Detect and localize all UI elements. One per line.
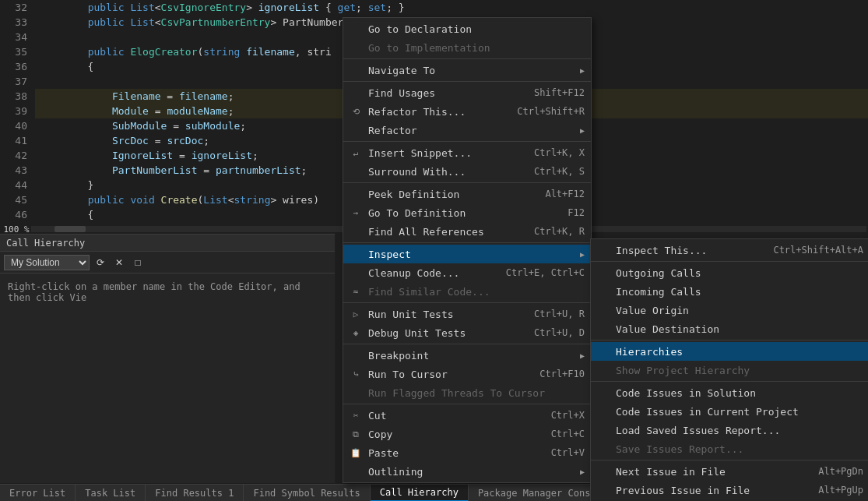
menu-item-navigate-to[interactable]: Navigate To▶	[343, 61, 591, 79]
scroll-thumb[interactable]	[54, 226, 86, 232]
menu-item-find-all-references[interactable]: Find All ReferencesCtrl+K, R	[343, 222, 591, 241]
bottom-tab-task-list[interactable]: Task List	[76, 485, 146, 502]
menu-item-go-to-definition[interactable]: →Go To DefinitionF12	[343, 203, 591, 222]
submenu-item-hierarchies[interactable]: Hierarchies	[591, 342, 868, 361]
bottom-tab-find-symbol-results[interactable]: Find Symbol Results	[244, 485, 370, 502]
submenu-item-next-issue-file[interactable]: Next Issue in FileAlt+PgDn	[591, 462, 868, 481]
submenu-item-value-destination[interactable]: Value Destination	[591, 319, 868, 338]
line-number: 44	[0, 178, 35, 192]
menu-label-run-unit-tests: Run Unit Tests	[368, 309, 518, 320]
submenu-item-inspect-this[interactable]: Inspect This...Ctrl+Shift+Alt+A	[591, 241, 868, 259]
sublabel-load-saved-issues: Load Saved Issues Report...	[616, 425, 863, 436]
menu-label-outlining: Outlining	[368, 466, 580, 478]
shortcut-go-to-definition: F12	[552, 207, 585, 218]
sub-separator	[591, 381, 868, 382]
line-content: public ElogCreator(string filename, stri	[35, 44, 332, 59]
menu-item-surround-with[interactable]: Surround With...Ctrl+K, S	[343, 162, 591, 181]
menu-label-debug-unit-tests: Debug Unit Tests	[368, 327, 518, 339]
line-number: 39	[0, 104, 35, 118]
line-content: SrcDoc = srcDoc;	[35, 133, 209, 148]
shortcut-paste: Ctrl+V	[536, 447, 585, 458]
menu-item-debug-unit-tests[interactable]: ◈Debug Unit TestsCtrl+U, D	[343, 323, 591, 342]
submenu-item-outgoing-calls[interactable]: Outgoing Calls	[591, 263, 868, 282]
run-to-cursor-icon: ⤷	[350, 369, 362, 379]
menu-separator	[343, 242, 591, 243]
refactor-this-icon: ⟲	[350, 107, 362, 117]
submenu-item-value-origin[interactable]: Value Origin	[591, 301, 868, 319]
menu-item-cleanup-code[interactable]: Cleanup Code...Ctrl+E, Ctrl+C	[343, 263, 591, 282]
line-number: 41	[0, 133, 35, 148]
solution-dropdown[interactable]: My Solution	[4, 255, 90, 270]
submenu-item-show-project-hierarchy: Show Project Hierarchy	[591, 361, 868, 379]
line-content	[35, 74, 39, 89]
subscortcut-previous-issue-file: Alt+PgUp	[803, 485, 863, 496]
line-content: public void Create(List<string> wires)	[35, 192, 319, 207]
submenu-arrow-refactor: ▶	[580, 126, 585, 135]
submenu-item-incoming-calls[interactable]: Incoming Calls	[591, 282, 868, 301]
line-number: 45	[0, 192, 35, 207]
bottom-tab-error-list[interactable]: Error List	[0, 485, 76, 502]
menu-separator	[343, 81, 591, 82]
menu-item-outlining[interactable]: Outlining▶	[343, 462, 591, 481]
menu-item-go-to-declaration[interactable]: Go to Declaration	[343, 19, 591, 38]
debug-unit-tests-icon: ◈	[350, 328, 362, 338]
submenu-item-load-saved-issues[interactable]: Load Saved Issues Report...	[591, 421, 868, 439]
line-number: 35	[0, 44, 35, 59]
shortcut-debug-unit-tests: Ctrl+U, D	[518, 327, 585, 338]
refresh-button[interactable]: ⟳	[93, 255, 108, 270]
menu-separator	[343, 344, 591, 344]
menu-label-find-similar-code: Find Similar Code...	[368, 286, 585, 298]
find-similar-code-icon: ≈	[350, 287, 362, 297]
line-content: Module = moduleName;	[35, 104, 234, 118]
line-content: {	[35, 207, 93, 222]
sublabel-code-issues-solution: Code Issues in Solution	[616, 387, 863, 399]
line-content: PartNumberList = partnumberList;	[35, 163, 307, 178]
menu-item-paste[interactable]: 📋PasteCtrl+V	[343, 443, 591, 462]
sublabel-value-origin: Value Origin	[616, 305, 863, 316]
menu-item-refactor[interactable]: Refactor▶	[343, 121, 591, 139]
sublabel-incoming-calls: Incoming Calls	[616, 286, 863, 298]
bottom-tab-find-results-1[interactable]: Find Results 1	[146, 485, 244, 502]
menu-item-insert-snippet[interactable]: ↵Insert Snippet...Ctrl+K, X	[343, 143, 591, 162]
line-number: 42	[0, 148, 35, 163]
menu-item-breakpoint[interactable]: Breakpoint▶	[343, 346, 591, 365]
menu-item-run-to-cursor[interactable]: ⤷Run To CursorCtrl+F10	[343, 365, 591, 383]
submenu-item-code-issues-solution[interactable]: Code Issues in Solution	[591, 383, 868, 402]
sublabel-next-issue-file: Next Issue in File	[616, 466, 803, 478]
subscortcut-next-issue-file: Alt+PgDn	[803, 466, 863, 477]
menu-label-cleanup-code: Cleanup Code...	[368, 267, 490, 279]
sublabel-inspect-this: Inspect This...	[616, 245, 757, 256]
sublabel-previous-issue-file: Previous Issue in File	[616, 485, 803, 496]
zoom-level: 100 %	[2, 224, 31, 235]
menu-item-inspect[interactable]: Inspect▶	[343, 245, 591, 263]
subscortcut-inspect-this: Ctrl+Shift+Alt+A	[757, 245, 863, 256]
menu-label-find-all-references: Find All References	[368, 226, 518, 238]
line-content	[35, 30, 39, 44]
sublabel-show-project-hierarchy: Show Project Hierarchy	[616, 365, 863, 376]
menu-item-peek-definition[interactable]: Peek DefinitionAlt+F12	[343, 185, 591, 203]
menu-item-cut[interactable]: ✂CutCtrl+X	[343, 406, 591, 425]
menu-item-refactor-this[interactable]: ⟲Refactor This...Ctrl+Shift+R	[343, 102, 591, 121]
menu-item-find-usages[interactable]: Find UsagesShift+F12	[343, 83, 591, 102]
go-to-definition-icon: →	[350, 208, 362, 218]
line-content: SubModule = subModule;	[35, 118, 246, 133]
menu-item-copy[interactable]: ⧉CopyCtrl+C	[343, 425, 591, 443]
bottom-tab-call-hierarchy[interactable]: Call Hierarchy	[371, 485, 469, 502]
menu-item-run-unit-tests[interactable]: ▷Run Unit TestsCtrl+U, R	[343, 305, 591, 323]
call-hierarchy-panel: Call Hierarchy My Solution ⟳ ✕ □ Right-c…	[0, 234, 335, 483]
copy-icon: ⧉	[350, 429, 362, 439]
submenu-arrow-breakpoint: ▶	[580, 351, 585, 360]
menu-label-refactor: Refactor	[368, 125, 580, 136]
close-button[interactable]: ✕	[111, 255, 127, 270]
pin-button[interactable]: □	[130, 255, 146, 270]
menu-label-copy: Copy	[368, 429, 536, 440]
panel-hint-text: Right-click on a member name in the Code…	[8, 281, 300, 303]
shortcut-find-usages: Shift+F12	[518, 87, 585, 98]
line-number: 36	[0, 59, 35, 74]
sublabel-save-issues: Save Issues Report...	[616, 443, 863, 455]
panel-content: Right-click on a member name in the Code…	[0, 273, 335, 311]
menu-separator	[343, 141, 591, 142]
menu-label-go-to-definition: Go To Definition	[368, 207, 552, 219]
submenu-item-previous-issue-file[interactable]: Previous Issue in FileAlt+PgUp	[591, 481, 868, 499]
submenu-item-code-issues-current[interactable]: Code Issues in Current Project	[591, 402, 868, 421]
